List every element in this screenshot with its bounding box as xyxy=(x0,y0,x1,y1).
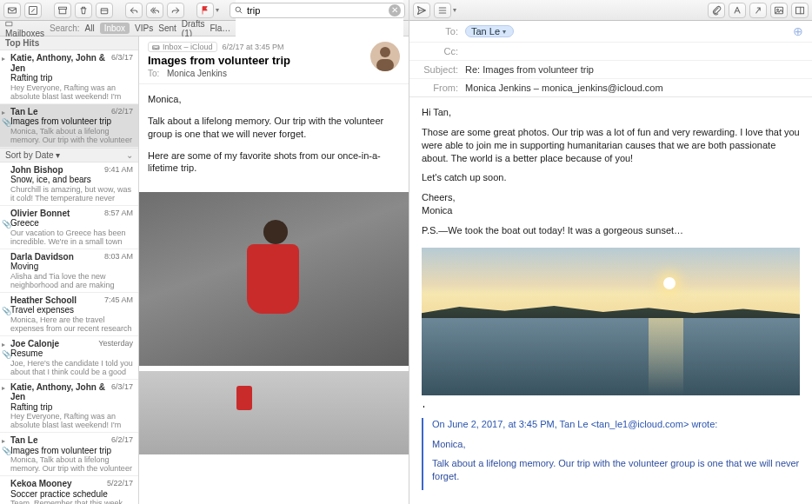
scope-sent[interactable]: Sent xyxy=(158,23,176,33)
show-sidebar-button[interactable] xyxy=(791,3,809,18)
header-fields-button[interactable] xyxy=(434,3,451,18)
message-subject: Travel expenses xyxy=(10,305,133,315)
scope-flagged[interactable]: Fla… xyxy=(210,23,230,33)
svg-rect-6 xyxy=(6,22,12,26)
attachment-icon: 📎 xyxy=(2,350,11,359)
message-row[interactable]: 📎 Olivier Bonnet8:57 AM Greece Our vacat… xyxy=(0,206,138,249)
message-row[interactable]: ▸ Katie, Anthony, John & Jen6/3/17 Rafti… xyxy=(0,380,138,434)
compose-toolbar: ▾ xyxy=(409,0,812,21)
photo-browser-button[interactable] xyxy=(770,3,788,18)
get-mail-button[interactable] xyxy=(3,3,21,18)
forward-button[interactable] xyxy=(167,3,184,18)
search-scope-label: Search: xyxy=(50,23,79,33)
message-row[interactable]: ▸ 📎 Joe CalonjeYesterday Resume Joe, Her… xyxy=(0,336,138,380)
message-date: 9:41 AM xyxy=(104,165,133,176)
add-contact-button[interactable]: ⊕ xyxy=(793,24,803,38)
message-date: 6/3/17 xyxy=(111,382,133,402)
scope-drafts[interactable]: Drafts (1) xyxy=(182,19,205,38)
message-from: Katie, Anthony, John & Jen xyxy=(10,53,111,73)
sender-avatar[interactable] xyxy=(370,42,400,71)
message-from: Heather Schooll xyxy=(10,295,77,306)
inline-image[interactable] xyxy=(422,248,800,395)
format-button[interactable] xyxy=(729,3,746,18)
reply-all-button[interactable] xyxy=(146,3,163,18)
inbox-icon xyxy=(152,43,160,51)
thread-toggle-icon[interactable]: ▸ xyxy=(2,437,5,445)
message-from: Olivier Bonnet xyxy=(10,209,70,219)
attachment-image[interactable] xyxy=(139,192,409,366)
preview-header: Inbox – iCloud 6/2/17 at 3:45 PM Images … xyxy=(139,36,409,84)
cc-label: Cc: xyxy=(418,46,465,56)
message-date: 7:45 AM xyxy=(104,295,133,306)
to-label: To: xyxy=(418,26,465,36)
search-field[interactable]: ✕ xyxy=(230,3,405,18)
reply-button[interactable] xyxy=(125,3,143,18)
message-row[interactable]: Kekoa Mooney5/22/17 Soccer practice sche… xyxy=(0,476,138,504)
quote-line: Monica, xyxy=(432,438,800,451)
message-row[interactable]: 📎 Heather Schooll7:45 AM Travel expenses… xyxy=(0,293,138,336)
message-row[interactable]: Darla Davidson8:03 AM Moving Alisha and … xyxy=(0,249,138,293)
message-preview: Hey Everyone, Rafting was an absolute bl… xyxy=(10,83,133,101)
scope-inbox[interactable]: Inbox xyxy=(100,23,130,34)
message-date: 6/2/17 xyxy=(111,435,133,446)
message-row[interactable]: ▸ 📎 Tan Le6/2/17 Images from volunteer t… xyxy=(0,433,138,476)
subject-field[interactable]: Re: Images from volunteer trip xyxy=(465,64,803,75)
mail-toolbar: ▾ ✕ xyxy=(0,0,409,21)
scope-vips[interactable]: VIPs xyxy=(135,23,153,33)
attachment-icon: 📎 xyxy=(2,118,11,127)
message-subject: Rafting trip xyxy=(10,73,133,83)
send-button[interactable] xyxy=(413,3,430,18)
search-input[interactable] xyxy=(247,5,385,16)
preview-para: Here are some of my favorite shots from … xyxy=(148,149,400,176)
message-preview: Monica, Talk about a lifelong memory. Ou… xyxy=(10,127,133,144)
folder-pill[interactable]: Inbox – iCloud xyxy=(148,42,217,52)
delete-button[interactable] xyxy=(75,3,92,18)
message-subject: Moving xyxy=(10,262,133,272)
compose-button[interactable] xyxy=(24,3,42,18)
attachment-icon: 📎 xyxy=(2,307,11,315)
mailboxes-button[interactable]: Mailboxes xyxy=(5,19,44,38)
attachment-image[interactable] xyxy=(139,371,409,454)
sort-direction-icon[interactable]: ⌄ xyxy=(126,150,133,160)
message-row[interactable]: ▸ Katie, Anthony, John & Jen6/3/17 Rafti… xyxy=(0,50,138,104)
compose-body[interactable]: Hi Tan, Those are some great photos. Our… xyxy=(409,97,812,504)
svg-rect-0 xyxy=(9,8,17,13)
recipient-token[interactable]: Tan Le▾ xyxy=(465,25,514,37)
chevron-down-icon: ▾ xyxy=(56,150,60,160)
svg-point-11 xyxy=(777,9,779,10)
flag-menu-chevron-icon[interactable]: ▾ xyxy=(216,6,219,14)
thread-toggle-icon[interactable]: ▸ xyxy=(2,109,5,116)
sort-bar[interactable]: Sort by Date▾ ⌄ xyxy=(0,148,138,162)
clear-search-button[interactable]: ✕ xyxy=(389,4,401,17)
to-field[interactable]: Tan Le▾ xyxy=(465,25,793,37)
message-date: 6/3/17 xyxy=(111,53,133,73)
message-date: 5/22/17 xyxy=(107,479,133,489)
message-preview: Hey Everyone, Rafting was an absolute bl… xyxy=(10,412,133,429)
emoji-button[interactable] xyxy=(749,3,767,18)
chevron-down-icon[interactable]: ▾ xyxy=(453,6,456,14)
subject-label: Subject: xyxy=(418,64,465,75)
preview-to: Monica Jenkins xyxy=(167,69,227,78)
chevron-down-icon[interactable]: ▾ xyxy=(503,28,506,36)
archive-button[interactable] xyxy=(54,3,71,18)
thread-toggle-icon[interactable]: ▸ xyxy=(2,341,5,348)
message-list[interactable]: Top Hits ▸ Katie, Anthony, John & Jen6/3… xyxy=(0,36,139,504)
scope-all[interactable]: All xyxy=(85,23,95,33)
quote-line: Talk about a lifelong memory. Our trip w… xyxy=(432,457,800,483)
thread-toggle-icon[interactable]: ▸ xyxy=(2,384,5,392)
junk-button[interactable] xyxy=(96,3,113,18)
message-row[interactable]: John Bishop9:41 AM Snow, ice, and bears … xyxy=(0,162,138,206)
from-select[interactable]: Monica Jenkins – monica_jenkins@icloud.c… xyxy=(465,83,803,93)
preview-subject: Images from volunteer trip xyxy=(148,54,400,67)
attach-button[interactable] xyxy=(708,3,725,18)
svg-rect-3 xyxy=(59,9,66,13)
preview-timestamp: 6/2/17 at 3:45 PM xyxy=(223,43,284,51)
preview-body: Monica, Talk about a lifelong memory. Ou… xyxy=(139,84,409,192)
compose-window: ▾ To: Tan Le▾ ⊕ Cc: Subject: Re: Ima xyxy=(409,0,812,504)
body-line: Those are some great photos. Our trip wa… xyxy=(422,126,800,165)
message-row[interactable]: ▸ 📎 Tan Le6/2/17 Images from volunteer t… xyxy=(0,104,138,148)
svg-rect-12 xyxy=(796,7,804,14)
message-from: Kekoa Mooney xyxy=(10,479,72,489)
thread-toggle-icon[interactable]: ▸ xyxy=(2,55,5,63)
flag-button[interactable] xyxy=(196,3,214,18)
